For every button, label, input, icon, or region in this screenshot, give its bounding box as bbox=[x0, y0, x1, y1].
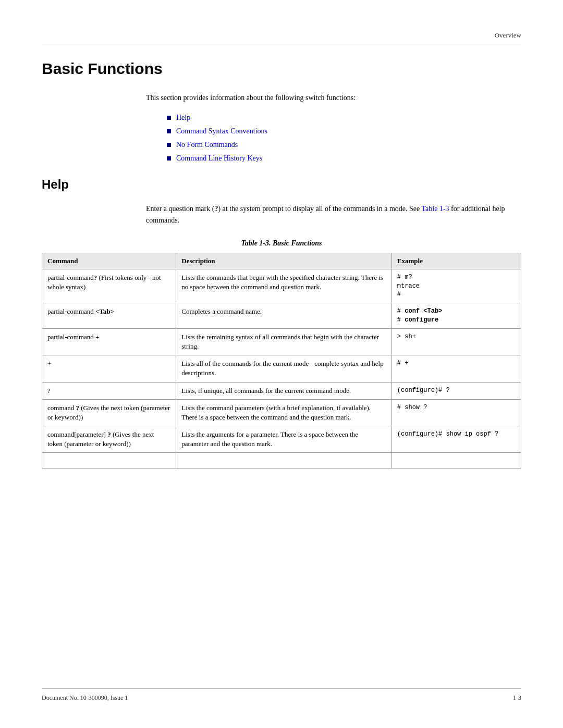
cell-description: Lists the arguments for a parameter. The… bbox=[176, 426, 392, 453]
table-title: Table 1-3. Basic Functions bbox=[42, 239, 521, 248]
table-row: command[parameter] ? (Gives the next tok… bbox=[42, 426, 521, 453]
header-divider bbox=[42, 44, 521, 44]
bullet-icon bbox=[167, 116, 171, 120]
cell-command: partial-command? (First tokens only - no… bbox=[42, 269, 176, 303]
cell-example: # m?mtrace# bbox=[391, 269, 521, 303]
header-section-label: Overview bbox=[495, 31, 521, 39]
cell-command: partial-command <Tab> bbox=[42, 303, 176, 329]
cell-command: partial-command + bbox=[42, 328, 176, 355]
cell-example: # conf <Tab> # configure bbox=[391, 303, 521, 329]
list-item: Command Syntax Conventions bbox=[167, 127, 521, 135]
table-header-row: Command Description Example bbox=[42, 253, 521, 269]
help-intro: Enter a question mark (?) at the system … bbox=[146, 203, 521, 227]
column-header-description: Description bbox=[176, 253, 392, 269]
footer-left: Document No. 10-300090, Issue 1 bbox=[42, 694, 128, 702]
help-link[interactable]: Help bbox=[176, 114, 190, 122]
syntax-link[interactable]: Command Syntax Conventions bbox=[176, 127, 267, 135]
table-row: partial-command + Lists the remaining sy… bbox=[42, 328, 521, 355]
bullet-icon bbox=[167, 143, 171, 147]
cell-description: Lists all of the commands for the curren… bbox=[176, 355, 392, 382]
footer-right: 1-3 bbox=[513, 694, 521, 702]
table-row: command ? (Gives the next token (paramet… bbox=[42, 399, 521, 426]
list-item: Help bbox=[167, 114, 521, 122]
table-link[interactable]: Table 1-3 bbox=[422, 205, 449, 213]
cell-example: (configure)# ? bbox=[391, 382, 521, 399]
page-footer: Document No. 10-300090, Issue 1 1-3 bbox=[42, 688, 521, 702]
cell-description: Lists the remaining syntax of all comman… bbox=[176, 328, 392, 355]
cell-command: command[parameter] ? (Gives the next tok… bbox=[42, 426, 176, 453]
basic-functions-table: Command Description Example partial-comm… bbox=[42, 253, 521, 469]
topics-list: Help Command Syntax Conventions No Form … bbox=[167, 114, 521, 163]
cell-description: Completes a command name. bbox=[176, 303, 392, 329]
history-link[interactable]: Command Line History Keys bbox=[176, 154, 262, 163]
cell-empty bbox=[176, 453, 392, 468]
cell-example: # + bbox=[391, 355, 521, 382]
cell-empty bbox=[391, 453, 521, 468]
cell-empty bbox=[42, 453, 176, 468]
column-header-command: Command bbox=[42, 253, 176, 269]
table-row: partial-command <Tab> Completes a comman… bbox=[42, 303, 521, 329]
table-row: partial-command? (First tokens only - no… bbox=[42, 269, 521, 303]
noform-link[interactable]: No Form Commands bbox=[176, 141, 238, 149]
cell-command: ? bbox=[42, 382, 176, 399]
cell-description: Lists, if unique, all commands for the c… bbox=[176, 382, 392, 399]
page: Overview Basic Functions This section pr… bbox=[0, 0, 563, 728]
cell-example: > sh+ bbox=[391, 328, 521, 355]
table-row-empty bbox=[42, 453, 521, 468]
cell-command: + bbox=[42, 355, 176, 382]
table-row: ? Lists, if unique, all commands for the… bbox=[42, 382, 521, 399]
column-header-example: Example bbox=[391, 253, 521, 269]
cell-description: Lists the commands that begin with the s… bbox=[176, 269, 392, 303]
page-title: Basic Functions bbox=[42, 60, 521, 78]
list-item: Command Line History Keys bbox=[167, 154, 521, 163]
cell-command: command ? (Gives the next token (paramet… bbox=[42, 399, 176, 426]
table-row: + Lists all of the commands for the curr… bbox=[42, 355, 521, 382]
help-section-title: Help bbox=[42, 177, 521, 192]
bullet-icon bbox=[167, 129, 171, 133]
cell-example: # show ? bbox=[391, 399, 521, 426]
bullet-icon bbox=[167, 156, 171, 161]
cell-example: (configure)# show ip ospf ? bbox=[391, 426, 521, 453]
section-header: Overview bbox=[42, 31, 521, 40]
list-item: No Form Commands bbox=[167, 141, 521, 149]
cell-description: Lists the command parameters (with a bri… bbox=[176, 399, 392, 426]
intro-text: This section provides information about … bbox=[146, 92, 521, 103]
